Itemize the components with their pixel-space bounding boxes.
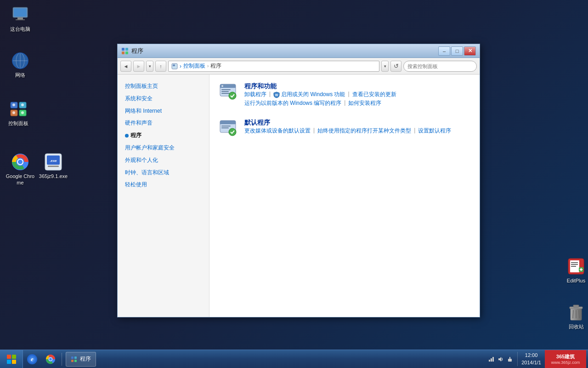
programs-features-title[interactable]: 程序和功能 (244, 82, 277, 90)
up-button[interactable]: ↑ (155, 61, 166, 72)
svg-rect-38 (573, 305, 579, 307)
taskbar-chrome-button[interactable] (41, 350, 60, 368)
control-panel-icon-label: 控制面板 (8, 120, 28, 126)
desktop-icon-network[interactable]: 网络 (4, 50, 37, 80)
svg-line-41 (579, 310, 579, 318)
desktop-icon-recycle[interactable]: 回收站 (560, 301, 588, 332)
svg-rect-1 (14, 8, 27, 17)
365jz-icon: .exe (44, 153, 62, 171)
sidebar-item-system-security[interactable]: 系统和安全 (118, 92, 209, 105)
brand-line2: www.365jz.com (551, 360, 580, 365)
section-programs-features: 程序和功能 卸载程序 | W 启用或关闭 Windows 功能 (219, 82, 470, 107)
sidebar-item-programs: 程序 (118, 129, 209, 142)
computer-icon (11, 6, 29, 24)
svg-point-18 (21, 111, 24, 114)
back-button[interactable]: ◄ (120, 61, 131, 72)
link-change-defaults[interactable]: 更改媒体或设备的默认设置 (244, 127, 311, 135)
network-icon (11, 52, 29, 70)
programs-window: 程序 – □ ✕ ◄ ► ▾ ↑ › 控制面板 › 程序 (117, 44, 480, 317)
svg-rect-55 (221, 91, 229, 92)
svg-rect-3 (16, 19, 25, 20)
sidebar-item-clock-lang[interactable]: 时钟、语言和区域 (118, 167, 209, 179)
link-windows-features[interactable]: 启用或关闭 Windows 功能 (281, 91, 345, 98)
content-area: 控制面板主页 系统和安全 网络和 Internet 硬件和声音 程序 用户帐户和… (118, 75, 480, 317)
default-programs-content: 默认程序 更改媒体或设备的默认设置 | 始终使用指定的程序打开某种文件类型 | … (244, 118, 451, 135)
recycle-icon-label: 回收站 (569, 323, 584, 330)
desktop-icon-editplus[interactable]: EditPlus (560, 255, 588, 286)
clock-date: 2014/1/1 (521, 359, 541, 366)
brand-365[interactable]: 365建筑 www.365jz.com (545, 350, 586, 368)
shield-icon: W (273, 92, 280, 98)
svg-rect-61 (220, 122, 236, 124)
sidebar-item-ease[interactable]: 轻松使用 (118, 178, 209, 191)
default-programs-icon (219, 118, 237, 137)
link-run-old[interactable]: 运行为以前版本的 Windows 编写的程序 (244, 99, 341, 107)
search-box (403, 61, 477, 72)
svg-point-68 (49, 358, 52, 361)
start-button[interactable] (0, 350, 23, 368)
system-tray (484, 356, 517, 363)
link-view-updates[interactable]: 查看已安装的更新 (352, 91, 396, 98)
svg-rect-56 (221, 93, 230, 94)
ie-icon: e (27, 354, 37, 364)
svg-rect-73 (489, 360, 490, 362)
programs-task-icon (71, 356, 77, 362)
editplus-icon-label: EditPlus (567, 277, 585, 284)
svg-rect-43 (125, 48, 128, 51)
taskbar-chrome-icon (45, 354, 56, 364)
svg-rect-54 (221, 89, 231, 90)
taskbar-sep-1 (62, 353, 62, 366)
svg-point-17 (12, 111, 15, 114)
programs-features-content: 程序和功能 卸载程序 | W 启用或关闭 Windows 功能 (244, 82, 470, 107)
svg-rect-70 (74, 356, 77, 359)
taskbar-right: 12:00 2014/1/1 365建筑 www.365jz.com (484, 350, 588, 368)
svg-rect-74 (491, 358, 492, 362)
taskbar-clock[interactable]: 12:00 2014/1/1 (517, 352, 545, 366)
programs-task-label: 程序 (80, 355, 91, 363)
brand-line1: 365建筑 (556, 353, 575, 360)
close-button[interactable]: ✕ (464, 46, 476, 56)
window-icon (121, 47, 129, 55)
link-how-install[interactable]: 如何安装程序 (348, 99, 381, 107)
sidebar-item-home[interactable]: 控制面板主页 (118, 80, 209, 92)
link-set-defaults[interactable]: 设置默认程序 (418, 127, 451, 135)
programs-features-links: 卸载程序 | W 启用或关闭 Windows 功能 | 查看已安装的更新 (244, 91, 470, 107)
desktop-icon-365jz[interactable]: .exe 365jz9.1.exe (37, 151, 70, 181)
sidebar-item-appearance[interactable]: 外观和个人化 (118, 154, 209, 167)
network-icon-label: 网络 (15, 72, 25, 78)
taskbar-programs-button[interactable]: 程序 (66, 352, 96, 367)
breadcrumb-home[interactable]: › (180, 63, 181, 69)
svg-rect-45 (125, 52, 128, 54)
365jz-icon-label: 365jz9.1.exe (39, 173, 68, 179)
desktop-icon-computer[interactable]: 这台电脑 (4, 4, 37, 34)
sidebar-item-hardware-sound[interactable]: 硬件和声音 (118, 117, 209, 129)
taskbar-ie-button[interactable]: e (23, 350, 41, 368)
sidebar-item-user-accounts[interactable]: 用户帐户和家庭安全 (118, 142, 209, 154)
desktop-icon-chrome[interactable]: Google Chrome (4, 151, 37, 188)
recycle-icon (567, 303, 585, 322)
svg-text:W: W (275, 93, 278, 97)
maximize-button[interactable]: □ (451, 46, 463, 56)
link-uninstall[interactable]: 卸载程序 (244, 91, 266, 98)
windows-logo (7, 355, 16, 364)
refresh-button[interactable]: ↺ (390, 61, 401, 72)
programs-features-icon (219, 82, 237, 100)
svg-rect-69 (71, 356, 74, 359)
svg-text:.exe: .exe (50, 159, 57, 163)
svg-point-22 (18, 160, 23, 164)
breadcrumb-dropdown[interactable]: ▾ (381, 61, 389, 72)
breadcrumb-panel[interactable]: 控制面板 (183, 62, 205, 70)
sidebar: 控制面板主页 系统和安全 网络和 Internet 硬件和声音 程序 用户帐户和… (118, 75, 209, 317)
main-panel: 程序和功能 卸载程序 | W 启用或关闭 Windows 功能 (209, 75, 480, 317)
minimize-button[interactable]: – (438, 46, 450, 56)
default-programs-links: 更改媒体或设备的默认设置 | 始终使用指定的程序打开某种文件类型 | 设置默认程… (244, 127, 451, 135)
sidebar-item-network-internet[interactable]: 网络和 Internet (118, 105, 209, 117)
svg-point-64 (229, 128, 236, 136)
nav-dropdown[interactable]: ▾ (146, 61, 153, 72)
link-always-use[interactable]: 始终使用指定的程序打开某种文件类型 (317, 127, 411, 135)
forward-button[interactable]: ► (133, 61, 144, 72)
active-indicator (125, 134, 129, 138)
desktop-icon-control-panel[interactable]: 控制面板 (2, 98, 35, 128)
default-programs-title[interactable]: 默认程序 (244, 119, 270, 126)
search-input[interactable] (407, 63, 471, 69)
